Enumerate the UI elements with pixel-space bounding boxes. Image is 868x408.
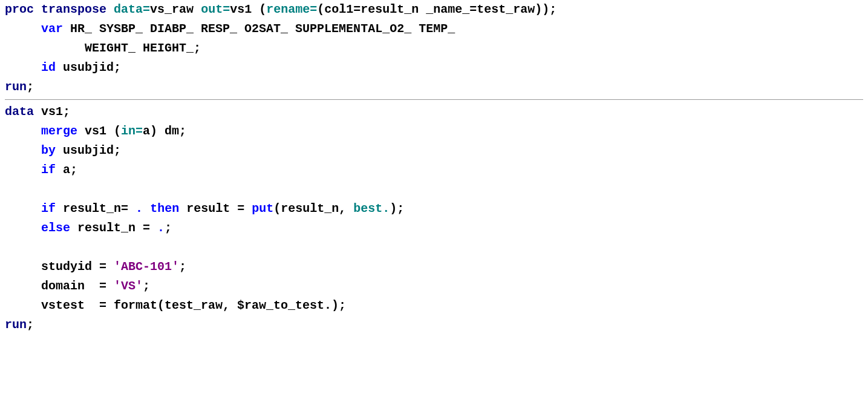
args-close: ); (390, 202, 404, 216)
assign: result = (186, 202, 244, 216)
code-line[interactable]: if a; (5, 160, 863, 180)
keyword-then: then (150, 202, 179, 216)
keyword-var: var (41, 22, 63, 36)
code-line[interactable]: proc transpose data=vs_raw out=vs1 (rena… (5, 0, 863, 19)
code-line[interactable]: data vs1; (5, 102, 863, 122)
semicolon: ; (179, 260, 186, 274)
keyword-run: run (5, 80, 27, 94)
code-line[interactable]: id usubjid; (5, 58, 863, 77)
keyword-proc: proc (5, 2, 34, 16)
keyword-else: else (41, 221, 70, 235)
code-line[interactable]: by usubjid; (5, 141, 863, 160)
keyword-if: if (41, 163, 56, 177)
keyword-transpose: transpose (41, 2, 106, 16)
keyword-data: data (5, 105, 34, 119)
option-data: data= (114, 2, 150, 16)
value-data: vs_raw (150, 2, 194, 16)
id-value: usubjid; (63, 61, 121, 74)
if-cond: result_n= (63, 202, 128, 216)
code-line[interactable]: if result_n= . then result = put(result_… (5, 199, 863, 219)
in-value: a) dm; (143, 124, 186, 138)
code-editor[interactable]: proc transpose data=vs_raw out=vs1 (rena… (0, 0, 868, 335)
code-line[interactable]: run; (5, 315, 863, 335)
literal-dot: . (135, 202, 143, 216)
paren-open: ( (259, 2, 266, 16)
semicolon: ; (27, 80, 34, 94)
dataset-name: vs1; (41, 105, 70, 119)
merge-rest: vs1 ( (85, 124, 121, 138)
assign: result_n = (77, 221, 150, 235)
by-value: usubjid; (63, 143, 121, 157)
format-best: best. (353, 202, 390, 216)
var-list: WEIGHT_ HEIGHT_; (85, 41, 201, 55)
semicolon: ; (143, 279, 150, 293)
assign-lhs: studyid = (41, 260, 106, 274)
code-line[interactable]: var HR_ SYSBP_ DIABP_ RESP_ O2SAT_ SUPPL… (5, 19, 863, 39)
code-line[interactable]: studyid = 'ABC-101'; (5, 257, 863, 277)
code-line[interactable]: vstest = format(test_raw, $raw_to_test.)… (5, 296, 863, 315)
code-line[interactable]: run; (5, 77, 863, 97)
option-in: in= (121, 124, 143, 138)
assign-line: vstest = format(test_raw, $raw_to_test.)… (41, 298, 346, 312)
semicolon: ; (165, 221, 172, 235)
var-list: HR_ SYSBP_ DIABP_ RESP_ O2SAT_ SUPPLEMEN… (70, 22, 455, 36)
keyword-merge: merge (41, 124, 77, 138)
option-out: out= (201, 2, 230, 16)
value-rename: (col1=result_n _name_=test_raw)); (317, 2, 556, 16)
semicolon: ; (27, 318, 34, 332)
keyword-by: by (41, 143, 56, 157)
string-literal: 'ABC-101' (114, 260, 179, 274)
if-value: a; (63, 163, 77, 177)
code-line[interactable]: else result_n = .; (5, 219, 863, 238)
assign-lhs: domain = (41, 279, 106, 293)
value-out: vs1 (230, 2, 252, 16)
keyword-id: id (41, 61, 56, 74)
block-separator (5, 99, 863, 100)
code-line[interactable]: WEIGHT_ HEIGHT_; (5, 39, 863, 58)
code-line[interactable] (5, 238, 863, 257)
keyword-if: if (41, 202, 56, 216)
code-line[interactable] (5, 180, 863, 199)
literal-dot: . (157, 221, 165, 235)
string-literal: 'VS' (114, 279, 143, 293)
code-line[interactable]: merge vs1 (in=a) dm; (5, 122, 863, 141)
keyword-run: run (5, 318, 27, 332)
function-put: put (252, 202, 273, 216)
args-open: (result_n, (273, 202, 346, 216)
option-rename: rename= (266, 2, 317, 16)
code-line[interactable]: domain = 'VS'; (5, 277, 863, 296)
